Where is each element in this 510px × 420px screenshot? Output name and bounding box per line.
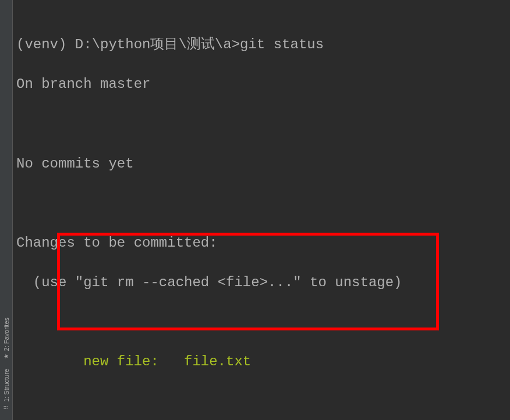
app-container: ★ 2: Favorites ⠿ 1: Structure (venv) D:\… (0, 0, 510, 420)
command-text: git status (240, 37, 324, 52)
prompt-line: (venv) D:\python项目\测试\a>git status (16, 35, 507, 55)
prompt-path: D:\python项目\测试\a> (75, 37, 240, 52)
sidebar-tab-label: 2: Favorites (3, 318, 10, 351)
output-blank (16, 194, 507, 213)
terminal-panel[interactable]: (venv) D:\python项目\测试\a>git status On br… (13, 0, 510, 420)
output-changes-header: Changes to be committed: (16, 233, 507, 253)
output-branch: On branch master (16, 74, 507, 94)
output-staged-file: new file: file.txt (16, 352, 507, 372)
output-blank (16, 312, 507, 332)
output-unstage-hint: (use "git rm --cached <file>..." to unst… (16, 273, 507, 293)
output-no-commits: No commits yet (16, 154, 507, 174)
output-blank (16, 114, 507, 134)
tool-window-sidebar: ★ 2: Favorites ⠿ 1: Structure (0, 0, 13, 420)
sidebar-tab-label: 1: Structure (3, 369, 10, 402)
venv-indicator: (venv) (16, 37, 75, 52)
output-blank (16, 391, 507, 411)
sidebar-tab-structure[interactable]: ⠿ 1: Structure (2, 364, 11, 415)
star-icon: ★ (3, 354, 9, 359)
sidebar-tab-favorites[interactable]: ★ 2: Favorites (2, 313, 11, 364)
structure-icon: ⠿ (3, 405, 9, 410)
